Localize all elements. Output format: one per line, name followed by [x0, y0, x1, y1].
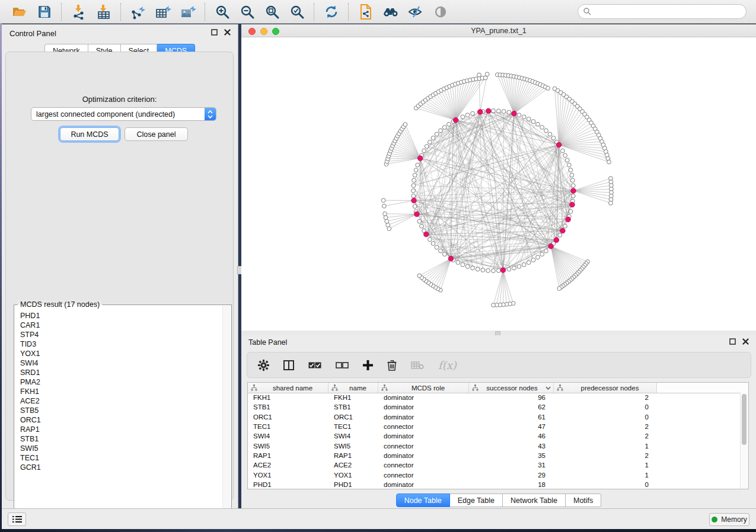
minimize-window-icon[interactable]: [260, 28, 267, 35]
network-from-file-icon[interactable]: [357, 4, 375, 20]
column-header-predecessor-nodes[interactable]: predecessor nodes: [554, 383, 657, 393]
graph-node[interactable]: [382, 204, 386, 208]
table-row[interactable]: PHD1PHD1dominator180: [248, 480, 741, 489]
graph-node[interactable]: [536, 122, 540, 126]
refresh-icon[interactable]: [323, 4, 340, 20]
graph-node[interactable]: [461, 262, 465, 267]
table-row[interactable]: TEC1TEC1connector472: [248, 422, 741, 431]
graph-node[interactable]: [557, 287, 562, 291]
graph-node[interactable]: [417, 274, 422, 278]
graph-node[interactable]: [512, 266, 516, 270]
graph-hub-node[interactable]: [571, 188, 576, 194]
graph-node[interactable]: [544, 129, 548, 133]
graph-node[interactable]: [428, 140, 432, 144]
mcds-result-item[interactable]: RAP1: [15, 425, 222, 434]
float-panel-icon[interactable]: [729, 338, 736, 345]
graph-node[interactable]: [439, 129, 443, 133]
mcds-result-list[interactable]: PHD1CAR1STP4TID3YOX1SWI4SRD1PMA2FKH1ACE2…: [15, 311, 222, 522]
graph-node[interactable]: [413, 173, 417, 177]
graph-node[interactable]: [531, 120, 535, 124]
graph-node[interactable]: [544, 249, 548, 253]
graph-node[interactable]: [414, 168, 418, 172]
task-history-button[interactable]: [8, 512, 26, 526]
export-network-icon[interactable]: [129, 4, 147, 20]
float-panel-icon[interactable]: [211, 29, 218, 36]
mcds-result-item[interactable]: SRD1: [15, 368, 222, 377]
graph-node[interactable]: [540, 252, 544, 257]
open-icon[interactable]: [11, 4, 28, 20]
graph-hub-node[interactable]: [417, 156, 423, 161]
graph-node[interactable]: [385, 219, 389, 223]
table-row[interactable]: YOX1YOX1connector291: [248, 470, 741, 479]
graph-node[interactable]: [417, 219, 422, 223]
result-scrollbar[interactable]: [222, 306, 231, 523]
tab-edge-table[interactable]: Edge Table: [450, 493, 503, 507]
graph-node[interactable]: [570, 178, 575, 182]
graph-node[interactable]: [384, 216, 388, 220]
graph-node[interactable]: [381, 198, 385, 203]
graph-node[interactable]: [431, 242, 435, 246]
graph-node[interactable]: [442, 252, 446, 257]
graph-node[interactable]: [422, 149, 426, 153]
table-settings-icon[interactable]: [258, 360, 269, 371]
graph-node[interactable]: [439, 249, 443, 253]
graph-node[interactable]: [447, 122, 451, 126]
show-columns-icon[interactable]: [283, 360, 294, 370]
mcds-result-item[interactable]: ORC1: [15, 415, 222, 425]
horizontal-splitter[interactable]: [241, 331, 756, 335]
tab-network-table[interactable]: Network Table: [503, 493, 566, 507]
graph-node[interactable]: [517, 113, 521, 117]
close-panel-button[interactable]: Close panel: [125, 127, 188, 141]
graph-node[interactable]: [471, 111, 475, 116]
memory-button[interactable]: Memory: [709, 513, 749, 526]
graph-hub-node[interactable]: [448, 256, 454, 261]
table-row[interactable]: SWI5SWI5connector431: [248, 441, 741, 450]
graph-hub-node[interactable]: [423, 232, 429, 237]
graph-node[interactable]: [522, 115, 526, 119]
graph-node[interactable]: [569, 210, 573, 214]
graph-node[interactable]: [420, 224, 424, 228]
graph-hub-node[interactable]: [500, 268, 506, 273]
graph-node[interactable]: [435, 132, 439, 136]
graph-node[interactable]: [531, 258, 535, 262]
column-header-successor-nodes[interactable]: successor nodes: [469, 383, 554, 393]
graph-node[interactable]: [571, 184, 575, 188]
graph-node[interactable]: [435, 245, 439, 249]
graph-node[interactable]: [536, 255, 540, 259]
graph-node[interactable]: [567, 163, 571, 167]
mcds-result-item[interactable]: STP4: [15, 330, 222, 339]
graph-node[interactable]: [477, 73, 481, 77]
graph-node[interactable]: [540, 125, 544, 129]
graph-node[interactable]: [561, 149, 565, 153]
save-icon[interactable]: [36, 4, 53, 20]
deselect-all-icon[interactable]: [336, 361, 349, 369]
graph-node[interactable]: [492, 269, 496, 273]
graph-node[interactable]: [492, 109, 496, 113]
zoom-fit-icon[interactable]: [263, 4, 281, 20]
graph-node[interactable]: [403, 123, 407, 127]
graph-hub-node[interactable]: [412, 198, 417, 203]
delete-column-icon[interactable]: [387, 360, 397, 371]
graph-node[interactable]: [485, 72, 489, 76]
table-row[interactable]: RAP1RAP1dominator352: [248, 451, 741, 460]
graph-hub-node[interactable]: [566, 217, 571, 222]
mcds-result-item[interactable]: TEC1: [15, 453, 222, 463]
zoom-in-icon[interactable]: [213, 4, 231, 20]
network-window-titlebar[interactable]: YPA_prune.txt_1: [241, 24, 756, 37]
table-row[interactable]: SWI4SWI4dominator462: [248, 431, 741, 441]
graph-node[interactable]: [481, 268, 485, 272]
tab-node-table[interactable]: Node Table: [396, 493, 450, 507]
table-row[interactable]: ORC1ORC1dominator610: [248, 412, 741, 422]
graph-node[interactable]: [522, 262, 526, 267]
mcds-result-item[interactable]: STB1: [15, 434, 222, 444]
table-scrollbar-thumb[interactable]: [742, 394, 747, 445]
graph-node[interactable]: [551, 136, 556, 140]
tab-motifs[interactable]: Motifs: [566, 493, 601, 507]
import-table-icon[interactable]: [95, 4, 113, 20]
network-canvas[interactable]: [241, 37, 756, 331]
graph-node[interactable]: [442, 125, 446, 129]
graph-node[interactable]: [412, 184, 416, 188]
export-table-icon[interactable]: [154, 4, 172, 20]
graph-hub-node[interactable]: [556, 142, 562, 148]
graph-hub-node[interactable]: [548, 243, 554, 249]
